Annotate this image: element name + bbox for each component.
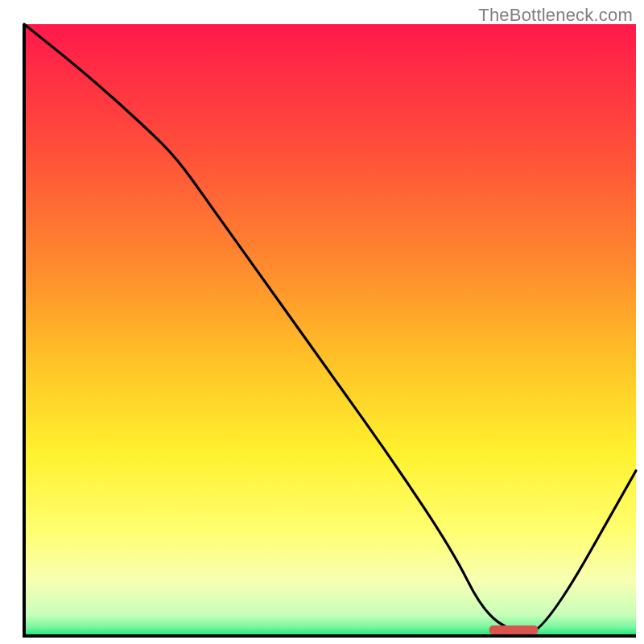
plot-background [24,24,636,636]
bottleneck-chart [0,0,644,644]
optimal-point-marker [489,625,539,634]
chart-container: TheBottleneck.com [0,0,644,644]
